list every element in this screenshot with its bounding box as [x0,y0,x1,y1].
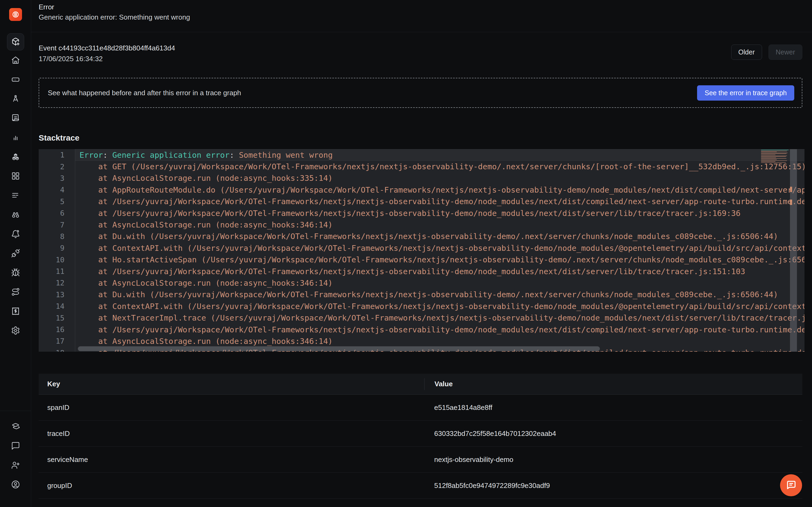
list-filter-icon [11,191,20,200]
older-button[interactable]: Older [731,45,762,60]
line-content: at /Users/yuvraj/Workspace/Work/OTel-Fra… [75,196,805,207]
sidebar-item-invite-user[interactable] [6,455,25,475]
code-line: 7 at AsyncLocalStorage.run (node:async_h… [39,219,805,230]
event-pager: Older Newer [731,45,802,60]
line-number: 9 [39,244,75,252]
code-line: 10 at Ho.startActiveSpan (/Users/yuvraj/… [39,254,805,266]
trace-graph-banner: See what happened before and after this … [39,78,802,108]
line-content: at Du.with (/Users/yuvraj/Workspace/Work… [75,231,805,242]
sidebar-item-pipelines[interactable] [6,186,25,205]
stacktrace-heading: Stacktrace [39,132,802,143]
sidebar-item-traces[interactable] [6,147,25,166]
code-line: 17 at AsyncLocalStorage.run (node:async_… [39,335,805,347]
code-line: 13 at Du.with (/Users/yuvraj/Workspace/W… [39,289,805,300]
line-number: 18 [39,349,75,352]
line-number: 13 [39,290,75,299]
sidebar-item-settings[interactable] [6,321,25,340]
bug-icon [11,268,20,277]
table-row: spanID e515ae1814a8e8ff [39,395,802,420]
chat-bubble-icon [785,480,797,491]
code-line: 3 at AsyncLocalStorage.run (node:async_h… [39,172,805,184]
line-content: at AsyncLocalStorage.run (node:async_hoo… [75,219,805,230]
sidebar-item-integrations[interactable] [6,243,25,263]
sidebar-item-streams[interactable] [6,70,25,89]
page-subtitle: Generic application error: Something wen… [39,12,802,22]
line-content: at AppRouteRouteModule.do (/Users/yuvraj… [75,184,805,195]
sidebar-divider [0,411,31,411]
line-content: at ContextAPI.with (/Users/yuvraj/Worksp… [75,300,805,312]
route-icon [11,287,20,296]
code-line: 11 at /Users/yuvraj/Workspace/Work/OTel-… [39,266,805,277]
code-line: 14 at ContextAPI.with (/Users/yuvraj/Wor… [39,300,805,312]
table-row: traceID 630332bd7c25f58e164b7012302eaab4 [39,420,802,447]
code-line: 6 at /Users/yuvraj/Workspace/Work/OTel-F… [39,207,805,219]
line-number: 8 [39,232,75,241]
see-error-in-trace-graph-button[interactable]: See the error in trace graph [697,85,794,101]
line-number: 15 [39,314,75,322]
line-content: at /Users/yuvraj/Workspace/Work/OTel-Fra… [75,266,805,277]
sidebar-item-metrics[interactable] [6,128,25,147]
line-number: 3 [39,174,75,182]
code-line: 15 at NextTracerImpl.trace (/Users/yuvra… [39,312,805,324]
vertical-scrollbar[interactable] [790,149,797,352]
unplug-icon [11,249,20,258]
boxes-icon [11,152,20,161]
sidebar-item-account[interactable] [6,475,25,494]
line-number: 11 [39,267,75,276]
sidebar-item-logs[interactable] [6,108,25,128]
line-content: at GET (/Users/yuvraj/Workspace/Work/OTe… [75,161,805,172]
horizontal-scrollbar[interactable] [78,346,600,351]
line-content: at Du.with (/Users/yuvraj/Workspace/Work… [75,289,805,300]
sidebar-item-environments[interactable] [6,417,25,436]
sidebar-item-new-stream[interactable] [7,33,24,50]
table-header-row: Key Value [39,374,802,395]
app-logo[interactable] [9,8,22,21]
sidebar-item-feedback[interactable] [6,436,25,455]
settings-gear-icon [11,326,20,335]
code-line: 1Error: Generic application error: Somet… [39,149,805,161]
bell-dot-icon [11,229,20,238]
value-column-header: Value [424,378,802,390]
sidebar-item-home[interactable] [6,50,25,70]
layout-grid-icon [11,171,20,180]
line-content: at AsyncLocalStorage.run (node:async_hoo… [75,335,805,347]
user-plus-icon [11,461,20,470]
code-line: 16 at /Users/yuvraj/Workspace/Work/OTel-… [39,324,805,335]
bar-chart-icon [11,133,20,142]
main-content: Error Generic application error: Somethi… [31,0,812,499]
row-value: nextjs-observability-demo [424,455,802,464]
newer-button[interactable]: Newer [768,45,802,60]
event-row: Event c44193cc311e48d28f3b804ff4a613d4 1… [39,44,802,63]
sidebar-item-service-map[interactable] [6,282,25,301]
overview-ruler-mark [790,200,792,205]
row-value: 630332bd7c25f58e164b7012302eaab4 [424,430,802,438]
code-line: 5 at /Users/yuvraj/Workspace/Work/OTel-F… [39,196,805,207]
openobserve-logo-icon [11,10,19,18]
row-value: e515ae1814a8e8ff [424,403,802,412]
sidebar-item-alerts[interactable] [6,224,25,243]
row-key: groupID [39,482,424,490]
event-details-table: Key Value spanID e515ae1814a8e8ff traceI… [39,374,802,499]
line-number: 5 [39,198,75,206]
line-content: at ContextAPI.with (/Users/yuvraj/Worksp… [75,242,805,254]
trace-banner-text: See what happened before and after this … [48,89,241,97]
table-row: groupID 512f8ab5fc0e9474972289fc9e30adf9 [39,473,802,499]
event-id: Event c44193cc311e48d28f3b804ff4a613d4 [39,44,175,53]
sidebar-item-explore[interactable] [6,89,25,108]
line-number: 6 [39,209,75,217]
line-content: Error: Generic application error: Someth… [75,149,805,161]
line-number: 10 [39,256,75,264]
line-number: 17 [39,337,75,345]
minimap[interactable] [761,150,790,163]
sidebar-item-dashboards[interactable] [6,166,25,186]
sidebar-item-error-tracking[interactable] [6,263,25,282]
code-line: 9 at ContextAPI.with (/Users/yuvraj/Work… [39,242,805,254]
sidebar-item-billing[interactable] [6,301,25,321]
stacktrace-editor[interactable]: 1Error: Generic application error: Somet… [39,149,805,352]
event-info: Event c44193cc311e48d28f3b804ff4a613d4 1… [39,44,175,63]
support-chat-button[interactable] [780,474,802,496]
sidebar-item-rum[interactable] [6,205,25,224]
package-plus-icon [11,37,20,46]
code-line: 4 at AppRouteRouteModule.do (/Users/yuvr… [39,184,805,195]
line-number: 12 [39,279,75,287]
